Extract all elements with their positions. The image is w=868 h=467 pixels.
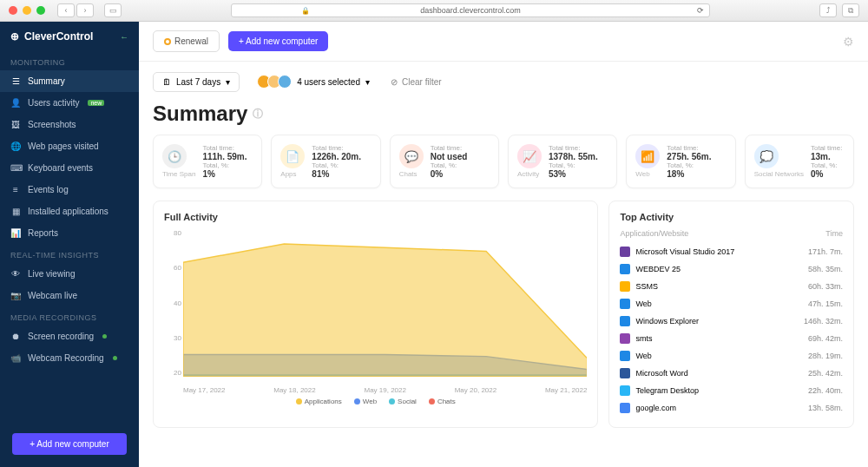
clear-filter-button[interactable]: ⊘ Clear filter [391,77,442,87]
activity-row[interactable]: Web47h. 15m. [620,295,843,312]
nav-events[interactable]: ≡Events log [0,179,139,201]
summary-card[interactable]: 📈 Activity Total time: 1378h. 55m. Total… [508,135,617,188]
screenshot-icon: 🖼 [10,120,21,129]
app-icon [620,368,630,378]
chart-plot [183,229,587,377]
card-time-value: Not used [431,152,490,161]
indicator-dot [102,334,107,339]
legend-item[interactable]: Web [354,398,377,405]
avatar [278,75,292,89]
add-computer-sidebar-button[interactable]: + Add new computer [12,433,127,455]
nav-webcam-live[interactable]: 📷Webcam live [0,285,139,306]
legend-dot [389,398,395,405]
nav-reports[interactable]: 📊Reports [0,222,139,244]
date-range-filter[interactable]: 🗓 Last 7 days ▾ [153,72,240,92]
close-window[interactable] [9,6,17,15]
summary-card[interactable]: 📄 Apps Total time: 1226h. 20m. Total, %:… [271,135,380,188]
maximize-window[interactable] [36,6,45,15]
legend-item[interactable]: Chats [429,398,456,405]
reports-icon: 📊 [10,228,21,238]
app-time: 58h. 35m. [808,265,843,273]
activity-row[interactable]: Microsoft Word25h. 42m. [620,365,843,382]
lock-icon: 🔒 [301,7,310,15]
live-icon: 👁 [10,269,21,279]
sidebar-toggle[interactable]: ▭ [104,3,122,17]
card-icon: 💭 [754,144,779,168]
globe-icon: 🌐 [10,141,21,151]
activity-row[interactable]: Windows Explorer146h. 32m. [620,312,843,330]
activity-row[interactable]: Telegram Desktop22h. 40m. [620,382,843,399]
webcamrec-icon: 📹 [10,353,21,363]
card-pct-label: Total, %: [202,161,253,169]
renewal-button[interactable]: Renewal [153,30,220,52]
card-category: Chats [399,170,424,178]
collapse-sidebar-icon[interactable]: ← [120,32,128,42]
y-tick: 20 [164,369,181,377]
summary-card[interactable]: 🕒 Time Span Total time: 111h. 59m. Total… [153,135,262,188]
card-pct-label: Total, %: [431,161,490,169]
logo-icon: ⊕ [10,30,19,43]
add-computer-button[interactable]: + Add new computer [228,31,328,51]
app-time: 13h. 58m. [808,404,843,412]
back-button[interactable]: ‹ [57,3,75,17]
chart-x-axis: May 17, 2022May 18, 2022May 19, 2022May … [183,386,587,394]
app-name: Windows Explorer [635,317,699,326]
nav-screenshots[interactable]: 🖼Screenshots [0,114,139,135]
share-button[interactable]: ⤴ [819,3,837,17]
column-app: Application/Website [620,229,688,238]
app-icon [620,247,630,257]
legend-item[interactable]: Applications [296,398,342,405]
screenrec-icon: ⏺ [10,332,21,341]
nav-screen-recording[interactable]: ⏺Screen recording [0,326,139,347]
activity-row[interactable]: Microsoft Visual Studio 2017171h. 7m. [620,243,843,260]
nav-summary[interactable]: ☰Summary [0,70,139,92]
activity-row[interactable]: Web28h. 19m. [620,347,843,365]
tabs-button[interactable]: ⧉ [842,3,859,17]
app-time: 69h. 42m. [808,334,843,343]
card-icon: 📄 [280,144,305,168]
x-tick: May 18, 2022 [273,386,315,394]
card-category: Apps [280,170,305,178]
summary-card[interactable]: 💭 Social Networks Total time: 13m. Total… [745,135,854,188]
column-time: Time [825,229,843,238]
activity-row[interactable]: WEBDEV 2558h. 35m. [620,260,843,278]
app-name: SSMS [635,282,658,291]
summary-card[interactable]: 📶 Web Total time: 275h. 56m. Total, %: 1… [626,135,735,188]
card-category: Activity [517,170,542,178]
reload-icon[interactable]: ⟳ [697,6,704,15]
app-name: Web [635,352,651,360]
forward-button[interactable]: › [76,3,94,17]
nav-keyboard[interactable]: ⌨Keyboard events [0,157,139,179]
card-time-value: 13m. [811,152,845,161]
summary-cards: 🕒 Time Span Total time: 111h. 59m. Total… [139,135,868,201]
card-time-label: Total time: [667,144,726,152]
activity-row[interactable]: SSMS60h. 33m. [620,278,843,295]
settings-gear-icon[interactable]: ⚙ [843,35,854,49]
summary-card[interactable]: 💬 Chats Total time: Not used Total, %: 0… [390,135,499,188]
nav-live-viewing[interactable]: 👁Live viewing [0,263,139,285]
nav-installed[interactable]: ▦Installed applications [0,201,139,222]
app-time: 47h. 15m. [808,299,843,308]
minimize-window[interactable] [23,6,31,15]
users-filter[interactable]: 4 users selected ▾ [252,70,378,93]
info-icon[interactable]: ⓘ [253,107,263,122]
y-tick: 80 [164,229,181,237]
nav-webpages[interactable]: 🌐Web pages visited [0,135,139,157]
activity-row[interactable]: google.com13h. 58m. [620,399,843,417]
card-icon: 💬 [399,144,424,168]
page-title: Summary ⓘ [139,102,868,135]
nav-users-activity[interactable]: 👤Users activitynew [0,92,139,114]
card-icon: 📈 [517,144,542,168]
url-bar[interactable]: 🔒 dashboard.clevercontrol.com ⟳ [231,3,710,17]
y-tick: 40 [164,299,181,307]
nav-webcam-recording[interactable]: 📹Webcam Recording [0,347,139,369]
legend-item[interactable]: Social [389,398,417,405]
card-category: Web [635,170,660,178]
activity-row[interactable]: smts69h. 42m. [620,330,843,347]
card-time-label: Total time: [549,144,608,152]
card-pct-label: Total, %: [549,161,608,169]
card-pct-label: Total, %: [312,161,371,169]
app-name: Web [635,299,651,308]
app-time: 60h. 33m. [808,282,843,291]
full-activity-chart-panel: Full Activity 8060403020 May 17, 2022May… [153,201,598,428]
